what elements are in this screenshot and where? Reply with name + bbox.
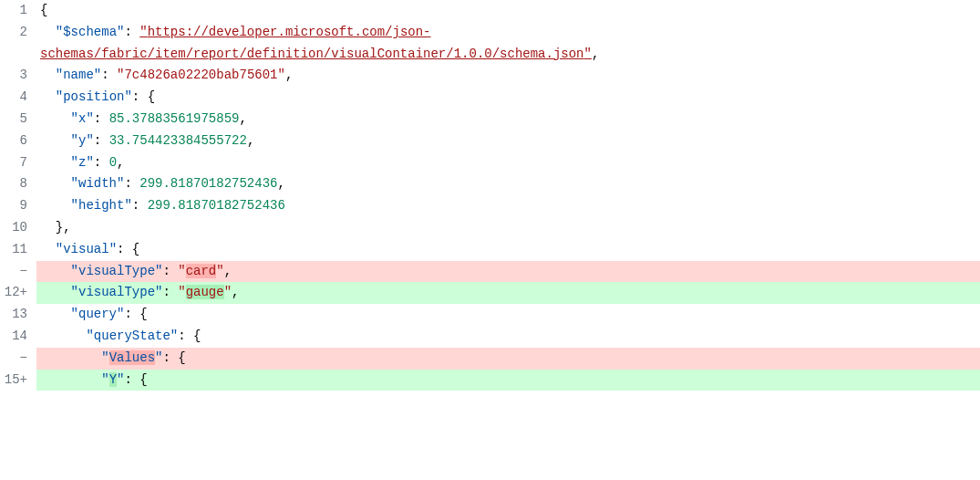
code-line: "height": 299.81870182752436	[36, 195, 980, 217]
code-line: "visual": {	[36, 239, 980, 261]
line-number: 1	[0, 0, 27, 22]
line-number: 14	[0, 326, 27, 348]
diff-removed-line: "Values": {	[36, 348, 980, 370]
line-number: 3	[0, 65, 27, 87]
code-line: "$schema": "https://developer.microsoft.…	[36, 22, 980, 66]
diff-added-line: "Y": {	[36, 370, 980, 391]
code-diff-editor[interactable]: 1234567891011−12+1314−15+ { "$schema": "…	[0, 0, 980, 391]
code-line: },	[36, 217, 980, 239]
code-area[interactable]: { "$schema": "https://developer.microsof…	[36, 0, 980, 391]
line-number: 13	[0, 304, 27, 326]
code-line: {	[36, 0, 980, 22]
code-line: "queryState": {	[36, 326, 980, 348]
line-number: 6	[0, 130, 27, 152]
line-number: 2	[0, 22, 27, 66]
code-line: "x": 85.37883561975859,	[36, 109, 980, 130]
diff-added-line: "visualType": "gauge",	[36, 282, 980, 304]
line-number: 4	[0, 87, 27, 109]
line-number: −	[0, 261, 27, 283]
line-number: 7	[0, 152, 27, 174]
line-gutter: 1234567891011−12+1314−15+	[0, 0, 36, 391]
diff-removed-line: "visualType": "card",	[36, 261, 980, 283]
line-number: −	[0, 348, 27, 370]
line-number: 15+	[0, 370, 27, 391]
line-number: 12+	[0, 282, 27, 304]
line-number: 9	[0, 195, 27, 217]
line-number: 11	[0, 239, 27, 261]
code-line: "z": 0,	[36, 152, 980, 174]
code-line: "width": 299.81870182752436,	[36, 173, 980, 195]
line-number: 5	[0, 109, 27, 130]
code-line: "query": {	[36, 304, 980, 326]
line-number: 8	[0, 173, 27, 195]
line-number: 10	[0, 217, 27, 239]
code-line: "position": {	[36, 87, 980, 109]
code-line: "name": "7c4826a02220bab75601",	[36, 65, 980, 87]
code-line: "y": 33.754423384555722,	[36, 130, 980, 152]
